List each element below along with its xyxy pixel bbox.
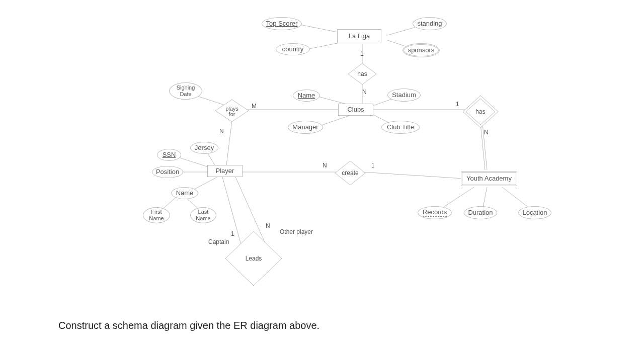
question-text: Construct a schema diagram given the ER … — [58, 320, 319, 331]
card-hasyouth-n: N — [484, 129, 489, 136]
rel-has-league-label: has — [357, 70, 367, 77]
attr-jersey: Jersey — [190, 142, 218, 154]
attr-player-name: Name — [171, 187, 198, 199]
attr-ssn: SSN — [157, 149, 181, 161]
attr-standing: standing — [413, 17, 447, 30]
card-other-n: N — [266, 222, 270, 229]
rel-has-youth-label: has — [475, 108, 485, 115]
attr-position: Position — [152, 166, 183, 178]
svg-text:for: for — [229, 111, 235, 117]
card-captain-1: 1 — [231, 230, 234, 237]
attr-manager: Manager — [288, 121, 323, 134]
role-other-player: Other player — [280, 228, 313, 235]
er-connectors: has create has Leads plays for — [0, 0, 644, 343]
attr-club-name: Name — [293, 90, 320, 102]
entity-youth-academy: Youth Academy — [461, 171, 517, 186]
card-create-n: N — [323, 162, 327, 169]
svg-line-12 — [226, 121, 232, 165]
card-playsfor-n: N — [219, 128, 224, 135]
card-hasyouth-1: 1 — [456, 101, 459, 108]
card-playsfor-m: M — [252, 103, 257, 110]
card-create-1: 1 — [371, 162, 375, 169]
svg-line-20 — [362, 172, 463, 179]
attr-stadium: Stadium — [387, 89, 421, 102]
attr-records: Records — [418, 206, 452, 219]
entity-player: Player — [207, 165, 243, 177]
attr-top-scorer: Top Scorer — [262, 17, 302, 30]
attr-first-name: First Name — [143, 207, 170, 223]
attr-club-title: Club Title — [381, 121, 420, 134]
card-laliga-1: 1 — [360, 50, 364, 57]
entity-clubs: Clubs — [338, 104, 373, 116]
attr-last-name: Last Name — [190, 207, 216, 223]
attr-duration: Duration — [464, 206, 497, 219]
attr-sponsors: sponsors — [403, 43, 440, 57]
attr-location: Location — [518, 206, 551, 219]
entity-laliga: La Liga — [337, 29, 381, 43]
attr-country: country — [276, 43, 310, 55]
card-clubs-n: N — [362, 89, 367, 96]
svg-line-25 — [483, 187, 487, 207]
role-captain: Captain — [208, 238, 229, 245]
rel-leads-label: Leads — [246, 255, 262, 262]
rel-create-label: create — [342, 169, 359, 177]
attr-signing-date: Signing Date — [169, 82, 202, 100]
